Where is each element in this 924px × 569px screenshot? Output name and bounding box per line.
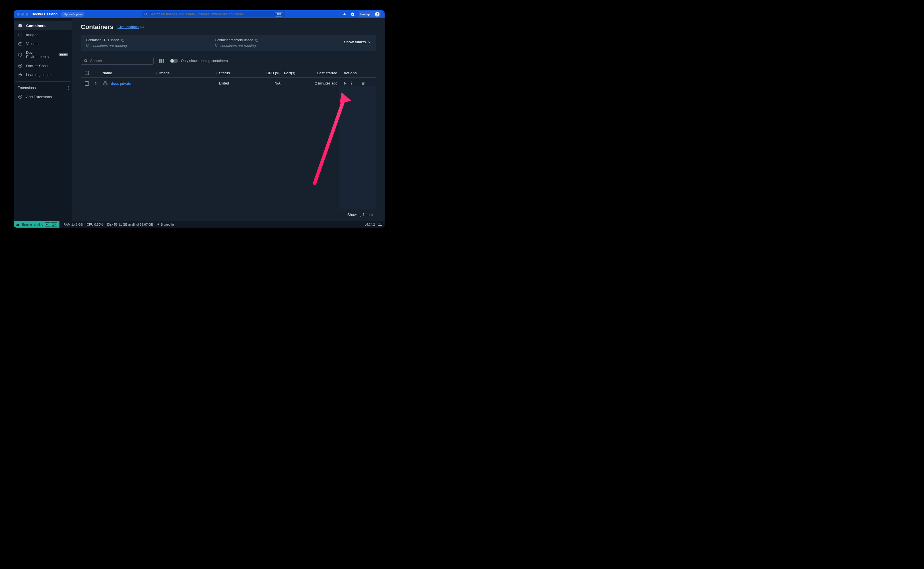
svg-point-2 [343, 14, 345, 15]
svg-point-15 [68, 87, 69, 88]
traffic-close-icon[interactable] [17, 13, 20, 16]
cell-last-started: 2 minutes ago [307, 81, 341, 85]
column-last-started[interactable]: Last started [307, 71, 341, 75]
row-checkbox[interactable] [85, 81, 89, 86]
start-button-icon[interactable] [343, 82, 346, 85]
main-content: Containers Give feedback Container CPU u… [72, 18, 384, 221]
sidebar-item-dev-environments[interactable]: Dev Environments BETA [14, 48, 72, 61]
columns-icon[interactable] [159, 59, 164, 63]
avatar-icon [375, 12, 380, 17]
feedback-icon [141, 26, 144, 29]
svg-line-28 [87, 61, 87, 62]
sidebar-item-label: Dev Environments [26, 50, 55, 59]
svg-point-0 [144, 13, 147, 15]
column-name[interactable]: Name [102, 71, 159, 75]
svg-line-1 [146, 15, 147, 16]
sidebar-item-docker-scout[interactable]: Docker Scout [14, 61, 72, 70]
stack-icon [102, 81, 108, 86]
containers-icon [18, 23, 23, 28]
global-search-input[interactable] [150, 12, 273, 16]
sidebar: Containers Images Volumes Dev Environmen… [14, 18, 72, 221]
traffic-zoom-icon[interactable] [26, 13, 28, 16]
global-search[interactable]: ⌘K [142, 11, 285, 17]
row-more-icon[interactable] [351, 81, 352, 85]
svg-rect-29 [159, 59, 161, 62]
table-row[interactable]: docs-private Exited N/A 2 minutes ago [81, 78, 376, 89]
cell-status: Exited [219, 81, 250, 85]
search-shortcut: ⌘K [275, 12, 283, 17]
docker-whale-icon [16, 223, 20, 226]
sidebar-item-label: Images [26, 33, 38, 37]
column-actions: Actions [341, 71, 378, 75]
sidebar-item-images[interactable]: Images [14, 30, 72, 39]
settings-gear-icon[interactable] [351, 12, 355, 17]
notifications-icon[interactable] [378, 223, 382, 227]
svg-point-13 [20, 65, 21, 66]
add-icon [18, 94, 23, 99]
svg-point-10 [18, 42, 22, 43]
expand-row-icon[interactable] [94, 82, 102, 85]
bug-icon[interactable] [342, 12, 346, 16]
window-controls[interactable] [17, 13, 28, 16]
column-cpu[interactable]: CPU (%) [250, 71, 284, 75]
svg-rect-31 [163, 59, 164, 62]
info-icon[interactable] [255, 38, 258, 42]
column-ports[interactable]: Port(s) [284, 71, 307, 75]
traffic-minimize-icon[interactable] [21, 13, 24, 16]
app-title: Docker Desktop [32, 12, 58, 16]
show-charts-button[interactable]: Show charts [344, 40, 371, 44]
scout-icon [18, 64, 23, 68]
cpu-usage-label: Container CPU usage [86, 38, 204, 42]
version-label: v4.24.2 [365, 223, 375, 226]
engine-power-icon[interactable]: ⏻ ⋮ [51, 222, 58, 227]
user-menu[interactable]: kristap… [359, 11, 381, 17]
svg-point-35 [351, 85, 352, 85]
engine-play-pause-icon[interactable]: ▶|| [45, 222, 50, 227]
container-name-link[interactable]: docs-private [111, 81, 131, 86]
titlebar: Docker Desktop Upgrade plan ⌘K kristap… [14, 10, 384, 18]
svg-rect-9 [19, 33, 22, 37]
sidebar-item-learning-center[interactable]: Learning center [14, 70, 72, 79]
svg-line-4 [343, 14, 343, 14]
svg-point-26 [257, 39, 257, 40]
chevron-down-icon [368, 40, 371, 44]
volumes-icon [18, 42, 23, 46]
table-search[interactable] [81, 57, 153, 65]
sidebar-add-extensions[interactable]: Add Extensions [14, 92, 72, 101]
svg-rect-20 [141, 26, 144, 27]
upgrade-plan-button[interactable]: Upgrade plan [61, 12, 85, 17]
beta-badge: BETA [59, 53, 68, 56]
app-window: Docker Desktop Upgrade plan ⌘K kristap… [14, 10, 384, 228]
sidebar-item-label: Learning center [26, 73, 52, 77]
sidebar-item-label: Docker Scout [26, 64, 49, 68]
svg-line-7 [345, 15, 346, 15]
svg-point-34 [351, 83, 352, 84]
learning-icon [18, 73, 23, 77]
status-signed-in: Signed in [157, 223, 174, 226]
table-header: Name Image Status CPU (%) Port(s) Last s… [81, 68, 376, 78]
svg-rect-30 [161, 59, 163, 62]
usage-stats-card: Container CPU usage No containers are ru… [81, 35, 376, 51]
search-icon [84, 59, 88, 63]
running-only-toggle[interactable] [170, 59, 178, 63]
engine-status[interactable]: Engine running ▶|| ⏻ ⋮ [14, 221, 59, 228]
sidebar-item-volumes[interactable]: Volumes [14, 39, 72, 48]
column-status[interactable]: Status [219, 71, 250, 75]
plug-icon [157, 223, 160, 226]
sidebar-item-containers[interactable]: Containers [14, 21, 72, 30]
search-icon [144, 12, 148, 16]
extensions-more-icon[interactable] [68, 86, 69, 90]
engine-status-label: Engine running [22, 223, 43, 226]
give-feedback-link[interactable]: Give feedback [117, 25, 144, 29]
column-image[interactable]: Image [159, 71, 219, 75]
svg-point-23 [123, 39, 123, 40]
username-label: kristap… [360, 12, 373, 16]
status-ram: RAM 1.48 GB [64, 223, 83, 226]
delete-button-icon[interactable] [362, 81, 365, 85]
svg-marker-11 [18, 53, 21, 56]
svg-point-16 [68, 89, 69, 90]
select-all-checkbox[interactable] [85, 71, 89, 75]
engine-controls: ▶|| ⏻ ⋮ [45, 222, 57, 227]
table-search-input[interactable] [90, 59, 150, 63]
info-icon[interactable] [121, 38, 125, 42]
